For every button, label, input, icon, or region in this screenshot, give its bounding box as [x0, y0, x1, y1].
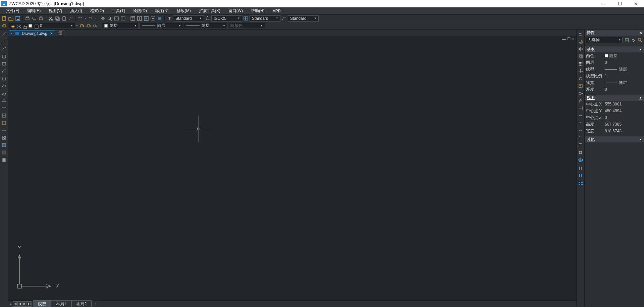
- ucs-world-button[interactable]: [577, 157, 584, 163]
- properties-close-button[interactable]: ×: [639, 30, 642, 35]
- modify-array-button[interactable]: [577, 60, 584, 67]
- menu-window[interactable]: 窗口(W): [224, 7, 247, 14]
- modify-extend-button[interactable]: [577, 105, 584, 112]
- zoom-realtime-button[interactable]: [107, 15, 113, 21]
- selection-filter-dropdown[interactable]: 无选择 ▼: [586, 37, 623, 43]
- prop-thickness-value[interactable]: 0: [603, 87, 643, 92]
- child-close-button[interactable]: ✕: [572, 37, 575, 41]
- draw-circle-button[interactable]: [1, 75, 7, 82]
- modify-chamfer-button[interactable]: [577, 134, 584, 141]
- dim-style-icon[interactable]: [205, 15, 211, 21]
- document-tab-active[interactable]: ▾ Drawing1.dwg ×: [9, 30, 55, 36]
- paste-button[interactable]: [61, 15, 67, 21]
- modify-offset-button[interactable]: [577, 53, 584, 60]
- modify-break-at-point-button[interactable]: [577, 112, 584, 119]
- cut-button[interactable]: [48, 15, 54, 21]
- layout-first-button[interactable]: |◀: [13, 301, 17, 307]
- pan-button[interactable]: [100, 15, 106, 21]
- modify-copy-button[interactable]: [577, 38, 584, 45]
- new-button[interactable]: [1, 15, 7, 21]
- menu-insert[interactable]: 插入(I): [66, 7, 86, 14]
- lineweight-dropdown[interactable]: 随层▼: [184, 23, 227, 29]
- other-section-header[interactable]: 其他▼: [585, 136, 644, 142]
- window-close-button[interactable]: ✕: [631, 1, 641, 6]
- text-style-dropdown[interactable]: Standard▼: [173, 15, 204, 21]
- copy-button[interactable]: [54, 15, 60, 21]
- prop-color-value[interactable]: 随层: [603, 53, 643, 59]
- tool-palette-3-button[interactable]: [577, 180, 584, 186]
- properties-palette-button[interactable]: [130, 15, 136, 21]
- layer-isolate-button[interactable]: [92, 23, 98, 29]
- modify-stretch-button[interactable]: [577, 90, 584, 97]
- layout-last-button[interactable]: ▶|: [27, 301, 32, 307]
- modify-erase-button[interactable]: [577, 31, 584, 38]
- help-button[interactable]: [157, 15, 163, 21]
- quick-select-button[interactable]: [637, 37, 643, 43]
- publish-button[interactable]: [38, 15, 44, 21]
- modify-rotate-button[interactable]: [577, 75, 584, 82]
- draw-region-button[interactable]: [1, 149, 7, 156]
- modify-trim-button[interactable]: [577, 97, 584, 104]
- modify-move-button[interactable]: [577, 68, 584, 75]
- properties-panel-header[interactable]: 特性 ×: [585, 30, 644, 36]
- close-tab-button[interactable]: ×: [50, 31, 53, 36]
- window-maximize-button[interactable]: ☐: [615, 1, 625, 6]
- draw-polyline-button[interactable]: [1, 46, 7, 52]
- draw-ellipse-arc-button[interactable]: [1, 105, 7, 112]
- layout-tab-1[interactable]: 布局1: [51, 300, 71, 307]
- draw-point-button[interactable]: [1, 127, 7, 134]
- clean-screen-button[interactable]: [150, 15, 156, 21]
- draw-polygon-button[interactable]: [1, 53, 7, 60]
- modify-scale-button[interactable]: [577, 83, 584, 89]
- modify-break-button[interactable]: [577, 120, 584, 126]
- modify-fillet-button[interactable]: [577, 142, 584, 148]
- modify-mirror-button[interactable]: [577, 46, 584, 52]
- layer-previous-button[interactable]: [79, 23, 85, 29]
- layout-collapse-icon[interactable]: ▲: [9, 302, 12, 305]
- mleader-style-dropdown[interactable]: Standard▼: [288, 15, 319, 21]
- menu-file[interactable]: 文件(F): [2, 7, 23, 14]
- draw-ellipse-button[interactable]: [1, 97, 7, 104]
- menu-edit[interactable]: 编辑(E): [23, 7, 45, 14]
- table-style-icon[interactable]: [243, 15, 249, 21]
- draw-rectangle-button[interactable]: [1, 60, 7, 67]
- menu-tools[interactable]: 工具(T): [108, 7, 129, 14]
- layout-tab-2[interactable]: 布局2: [71, 300, 92, 307]
- zoom-window-button[interactable]: [113, 15, 119, 21]
- design-center-button[interactable]: [137, 15, 143, 21]
- menu-view[interactable]: 视图(V): [45, 7, 66, 14]
- redo-button[interactable]: [87, 15, 93, 21]
- basic-section-header[interactable]: 基本▼: [585, 46, 644, 52]
- prop-linetype-value[interactable]: 随层: [603, 67, 643, 72]
- prop-ltscale-value[interactable]: 1: [603, 74, 643, 78]
- toggle-pickadd-button[interactable]: [624, 37, 629, 43]
- draw-make-block-button[interactable]: [1, 120, 7, 126]
- child-minimize-button[interactable]: —: [562, 37, 566, 41]
- view-section-header[interactable]: 视图▼: [585, 95, 644, 101]
- draw-arc-button[interactable]: [1, 68, 7, 75]
- print-button[interactable]: [24, 15, 31, 21]
- prop-lineweight-value[interactable]: 随层: [603, 80, 643, 86]
- menu-format[interactable]: 格式(O): [86, 7, 108, 14]
- menu-draw[interactable]: 绘图(D): [129, 7, 151, 14]
- draw-spline-button[interactable]: [1, 90, 7, 97]
- color-dropdown[interactable]: 随层▼: [102, 23, 139, 29]
- prop-center-y-value[interactable]: 450.4994: [603, 108, 643, 113]
- prop-center-x-value[interactable]: 555.8901: [603, 102, 643, 106]
- layout-next-button[interactable]: ▶: [22, 301, 27, 307]
- dim-style-dropdown[interactable]: ISO-25▼: [211, 15, 242, 21]
- menu-modify[interactable]: 修改(M): [173, 7, 195, 14]
- add-layout-button[interactable]: +: [92, 301, 100, 307]
- layer-properties-button[interactable]: [1, 23, 7, 29]
- prop-height-value[interactable]: 607.7385: [603, 122, 643, 127]
- save-button[interactable]: [15, 15, 21, 21]
- print-preview-button[interactable]: [31, 15, 37, 21]
- select-objects-button[interactable]: [631, 37, 636, 43]
- tool-palette-button[interactable]: [143, 15, 149, 21]
- draw-revcloud-button[interactable]: [1, 83, 7, 89]
- match-properties-button[interactable]: [68, 15, 74, 21]
- table-style-dropdown[interactable]: Standard▼: [250, 15, 280, 21]
- window-minimize-button[interactable]: —: [599, 1, 608, 6]
- prop-layer-value[interactable]: 0: [603, 60, 643, 65]
- undo-button[interactable]: [77, 15, 84, 21]
